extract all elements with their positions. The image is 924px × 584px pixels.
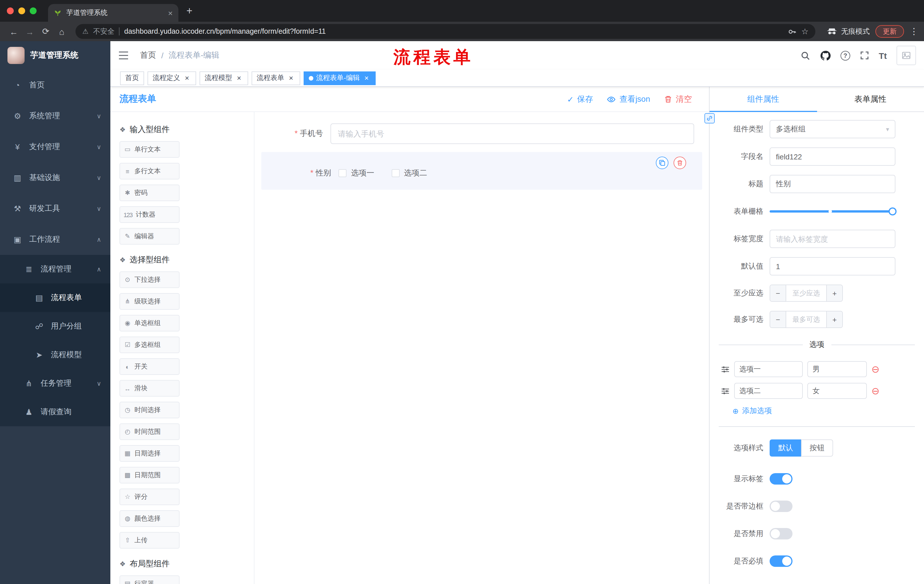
decrease-button[interactable]: − (770, 285, 786, 301)
tag-close-icon[interactable]: × (183, 74, 191, 82)
option-value-input[interactable] (807, 383, 867, 399)
sidebar-item[interactable]: ⚙ 系统管理 ∨ (0, 100, 111, 132)
sidebar-item[interactable]: ≣ 流程管理 ∧ (0, 255, 111, 283)
toggle-switch[interactable] (770, 473, 792, 485)
phone-field[interactable]: 手机号 (261, 123, 702, 144)
decrease-button[interactable]: − (770, 311, 786, 327)
view-tag[interactable]: 流程模型 × (200, 71, 248, 85)
checkbox-option[interactable]: 选项二 (391, 168, 427, 178)
drag-handle-icon[interactable] (721, 365, 729, 373)
toggle-switch[interactable] (770, 500, 792, 512)
password-key-icon[interactable] (788, 27, 797, 36)
fullscreen-icon[interactable] (860, 51, 869, 60)
add-option-button[interactable]: ⊕ 添加选项 (733, 406, 915, 416)
tag-close-icon[interactable]: × (235, 74, 243, 82)
view-tag[interactable]: 流程表单 × (252, 71, 300, 85)
address-bar[interactable]: ⚠ 不安全 dashboard.yudao.iocoder.cn/bpm/man… (76, 24, 815, 39)
increase-button[interactable]: + (826, 285, 842, 301)
phone-input[interactable] (330, 123, 694, 144)
palette-component[interactable]: ◷ 时间选择 (119, 402, 180, 418)
view-tag[interactable]: 流程表单-编辑 × (304, 71, 376, 85)
max-select-input[interactable] (786, 311, 826, 327)
label-width-input[interactable] (770, 230, 895, 248)
sidebar-item[interactable]: ➤ 流程模型 (0, 341, 111, 369)
checkbox[interactable] (338, 169, 346, 177)
field-name-input[interactable] (770, 147, 895, 166)
sidebar-item[interactable]: ▣ 工作流程 ∧ (0, 224, 111, 255)
drag-handle-icon[interactable] (721, 387, 729, 395)
window-minimize-button[interactable] (18, 7, 25, 14)
sidebar-item[interactable]: ♟ 请假查询 (0, 398, 111, 426)
bookmark-star-icon[interactable]: ☆ (801, 27, 808, 36)
palette-component[interactable]: ⋔ 级联选择 (119, 293, 180, 310)
palette-component[interactable]: ◐ 开关 (119, 358, 180, 375)
sidebar-item[interactable]: ¥ 支付管理 ∨ (0, 132, 111, 162)
new-tab-button[interactable]: + (186, 5, 192, 17)
tab-component-props[interactable]: 组件属性 (710, 87, 817, 112)
palette-component[interactable]: ☆ 评分 (119, 489, 180, 505)
palette-component[interactable]: ▦ 日期选择 (119, 445, 180, 462)
browser-tab[interactable]: 芋道管理系统 × (48, 4, 178, 22)
palette-component[interactable]: ✱ 密码 (119, 184, 180, 201)
selected-widget[interactable]: 性别 选项一 (261, 152, 702, 190)
sidebar-item[interactable]: ▤ 流程表单 (0, 283, 111, 312)
tag-close-icon[interactable]: × (363, 74, 371, 82)
style-default-button[interactable]: 默认 (770, 439, 801, 457)
palette-component[interactable]: ◴ 时间范围 (119, 423, 180, 440)
palette-component[interactable]: ◉ 单选框组 (119, 315, 180, 331)
sidebar-item[interactable]: ☍ 用户分组 (0, 312, 111, 341)
home-button[interactable]: ⌂ (54, 26, 70, 36)
palette-component[interactable]: ⇧ 上传 (119, 532, 180, 549)
palette-component[interactable]: ▤ 行容器 (119, 576, 180, 584)
sidebar-toggle-icon[interactable] (118, 51, 129, 59)
forward-button[interactable]: → (22, 26, 38, 36)
view-tag[interactable]: 流程定义 × (147, 71, 196, 85)
security-warning-icon[interactable]: ⚠ (82, 28, 89, 35)
palette-component[interactable]: ◍ 颜色选择 (119, 510, 180, 527)
option-value-input[interactable] (807, 361, 867, 377)
window-zoom-button[interactable] (30, 7, 36, 14)
palette-component[interactable]: 123 计数器 (119, 206, 180, 223)
github-icon[interactable] (820, 50, 831, 61)
toggle-switch[interactable] (770, 528, 792, 540)
checkbox-option[interactable]: 选项一 (338, 168, 374, 178)
reload-button[interactable]: ⟳ (38, 26, 54, 36)
palette-component[interactable]: ✎ 编辑器 (119, 228, 180, 245)
sidebar-item[interactable]: ▥ 基础设施 ∨ (0, 162, 111, 193)
update-button[interactable]: 更新 (875, 25, 904, 38)
option-label-input[interactable] (734, 361, 803, 377)
link-icon[interactable] (705, 113, 715, 123)
text-size-icon[interactable]: Tt (879, 51, 887, 60)
component-type-select[interactable]: 多选框组 ▾ (770, 120, 895, 138)
slider-handle[interactable] (889, 207, 896, 216)
avatar[interactable] (896, 46, 916, 65)
grid-slider[interactable] (770, 202, 895, 220)
copy-widget-button[interactable] (656, 156, 668, 169)
view-json-button[interactable]: 查看json (607, 94, 650, 104)
tag-close-icon[interactable]: × (287, 74, 295, 82)
sidebar-item[interactable]: ⋔ 任务管理 ∨ (0, 369, 111, 398)
remove-option-icon[interactable]: ⊖ (871, 364, 880, 374)
breadcrumb-home[interactable]: 首页 (140, 50, 156, 61)
window-close-button[interactable] (7, 7, 14, 14)
increase-button[interactable]: + (826, 311, 842, 327)
delete-widget-button[interactable] (673, 156, 686, 169)
toggle-switch[interactable] (770, 555, 792, 567)
browser-menu-icon[interactable]: ⋮ (910, 26, 918, 36)
min-select-input[interactable] (786, 285, 826, 301)
sidebar-item[interactable]: ⚒ 研发工具 ∨ (0, 193, 111, 224)
checkbox[interactable] (391, 169, 399, 177)
sidebar-item[interactable]: ◔ 首页 (0, 70, 111, 100)
option-label-input[interactable] (734, 383, 803, 399)
palette-component[interactable]: ▩ 日期范围 (119, 467, 180, 484)
palette-component[interactable]: ▭ 单行文本 (119, 141, 180, 158)
tab-form-props[interactable]: 表单属性 (817, 87, 924, 112)
app-logo[interactable]: 芋道管理系统 (0, 41, 111, 70)
back-button[interactable]: ← (6, 26, 22, 36)
title-input[interactable] (770, 175, 895, 193)
palette-component[interactable]: ↔ 滑块 (119, 380, 180, 396)
palette-component[interactable]: ⊙ 下拉选择 (119, 271, 180, 288)
remove-option-icon[interactable]: ⊖ (871, 386, 880, 396)
clear-button[interactable]: 清空 (664, 94, 692, 104)
save-button[interactable]: ✓ 保存 (567, 94, 593, 104)
